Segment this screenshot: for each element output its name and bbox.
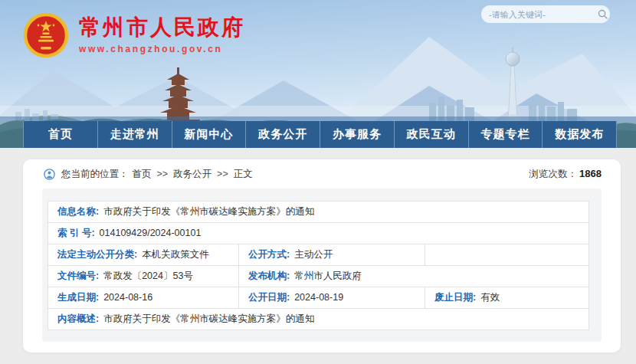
info-table: 信息名称:市政府关于印发《常州市碳达峰实施方案》的通知 索 引 号:014109… (48, 201, 589, 330)
table-row: 内容概述:市政府关于印发《常州市碳达峰实施方案》的通知 (48, 309, 589, 330)
nav-item-gov-affairs[interactable]: 政务公开 (246, 121, 320, 148)
views-count: 1868 (579, 168, 602, 179)
breadcrumb-separator: >> (157, 169, 169, 179)
table-row: 文件编号:常政发〔2024〕53号 发布机构:常州市人民政府 (48, 266, 589, 287)
field-label: 生成日期: (57, 292, 99, 303)
cell-document-number: 文件编号:常政发〔2024〕53号 (48, 266, 239, 287)
field-label: 废止日期: (434, 292, 476, 303)
table-row: 法定主动公开分类:本机关政策文件 公开方式:主动公开 (48, 244, 589, 266)
content-card: 您当前的位置： 首页 >> 政务公开 >> 正文 浏览次数：1868 信息名称:… (23, 159, 621, 353)
nav-item-data-release[interactable]: 数据发布 (543, 121, 617, 148)
cell-info-name: 信息名称:市政府关于印发《常州市碳达峰实施方案》的通知 (48, 202, 589, 223)
field-value: 常州市人民政府 (294, 271, 362, 281)
nav-item-interaction[interactable]: 政民互动 (395, 121, 469, 148)
field-value: 2024-08-16 (103, 292, 152, 303)
site-identity: 常州市人民政府 www.changzhou.gov.cn (79, 16, 245, 54)
nav-item-news-center[interactable]: 新闻中心 (172, 121, 247, 148)
nav-item-services[interactable]: 办事服务 (320, 121, 395, 148)
nav-items: 首页 走进常州 新闻中心 政务公开 办事服务 政民互动 专题专栏 数据发布 (23, 121, 617, 148)
field-label: 文件编号: (57, 271, 99, 281)
field-label: 发布机构: (248, 271, 290, 281)
breadcrumb-link-home[interactable]: 首页 (133, 168, 152, 181)
china-national-emblem-icon (23, 12, 69, 58)
cell-disclosure-category: 法定主动公开分类:本机关政策文件 (48, 244, 239, 266)
field-label: 公开方式: (248, 249, 290, 260)
nav-item-home[interactable]: 首页 (23, 121, 98, 148)
table-row: 信息名称:市政府关于印发《常州市碳达峰实施方案》的通知 (48, 202, 589, 223)
table-row: 生成日期:2024-08-16 公开日期:2024-08-19 废止日期:有效 (48, 287, 589, 309)
field-value: 常政发〔2024〕53号 (103, 271, 193, 281)
table-row: 索 引 号:014109429/2024-00101 (48, 223, 589, 244)
view-counter: 浏览次数：1868 (529, 168, 602, 181)
field-label: 公开日期: (248, 292, 290, 303)
nav-item-special-topics[interactable]: 专题专栏 (469, 121, 543, 148)
field-value: 有效 (480, 292, 500, 303)
breadcrumb-link-gov-affairs[interactable]: 政务公开 (173, 168, 211, 181)
field-value: 市政府关于印发《常州市碳达峰实施方案》的通知 (103, 313, 314, 324)
breadcrumb: 您当前的位置： 首页 >> 政务公开 >> 正文 (44, 168, 253, 181)
main-navigation: 首页 走进常州 新闻中心 政务公开 办事服务 政民互动 专题专栏 数据发布 (0, 116, 636, 148)
field-label: 索 引 号: (57, 228, 95, 238)
site-url: www.changzhou.gov.cn (79, 44, 245, 54)
field-label: 信息名称: (57, 206, 99, 217)
site-logo[interactable]: 常州市人民政府 www.changzhou.gov.cn (23, 12, 245, 58)
field-label: 内容概述: (57, 313, 99, 324)
field-value: 主动公开 (294, 249, 333, 260)
nav-item-about-changzhou[interactable]: 走进常州 (98, 121, 172, 148)
cell-content-summary: 内容概述:市政府关于印发《常州市碳达峰实施方案》的通知 (48, 309, 589, 330)
cell-issuing-agency: 发布机构:常州市人民政府 (239, 266, 589, 287)
search-icon[interactable] (598, 9, 608, 19)
search-input[interactable] (489, 10, 598, 19)
search-box (481, 5, 610, 23)
site-title: 常州市人民政府 (79, 16, 245, 40)
cell-creation-date: 生成日期:2024-08-16 (48, 287, 239, 309)
field-value: 市政府关于印发《常州市碳达峰实施方案》的通知 (103, 206, 314, 217)
cell-disclosure-method: 公开方式:主动公开 (239, 244, 425, 266)
breadcrumb-prefix: 您当前的位置： (61, 168, 129, 181)
cell-expiry-date: 废止日期:有效 (425, 287, 589, 309)
breadcrumb-row: 您当前的位置： 首页 >> 政务公开 >> 正文 浏览次数：1868 (23, 159, 621, 189)
breadcrumb-current: 正文 (234, 168, 253, 181)
field-label: 法定主动公开分类: (57, 249, 137, 260)
info-panel: 信息名称:市政府关于印发《常州市碳达峰实施方案》的通知 索 引 号:014109… (42, 189, 602, 342)
field-value: 014109429/2024-00101 (100, 228, 202, 238)
field-value: 2024-08-19 (294, 292, 343, 303)
breadcrumb-separator: >> (217, 169, 228, 179)
cell-empty (425, 244, 589, 266)
field-value: 本机关政策文件 (142, 249, 209, 260)
views-label: 浏览次数： (529, 169, 578, 179)
cell-publish-date: 公开日期:2024-08-19 (239, 287, 425, 309)
cell-index-number: 索 引 号:014109429/2024-00101 (48, 223, 589, 244)
location-user-icon (44, 169, 55, 180)
